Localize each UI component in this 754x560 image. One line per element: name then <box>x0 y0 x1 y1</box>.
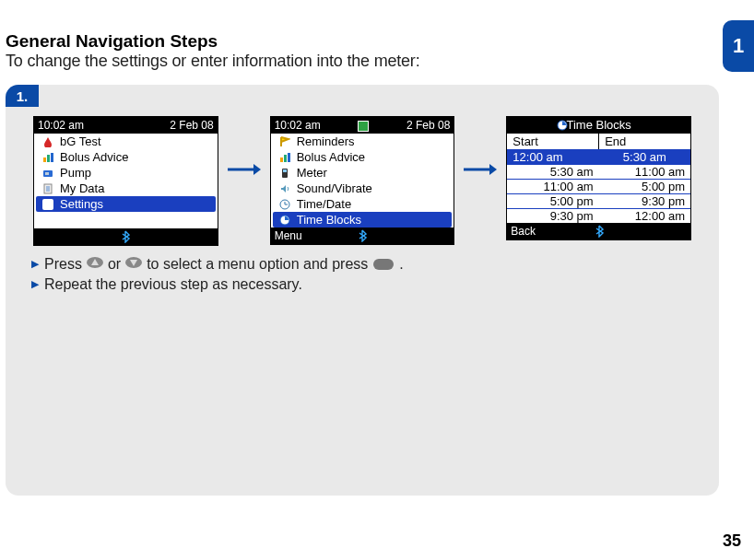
flow-arrow-icon <box>228 116 261 177</box>
up-button-icon <box>86 254 104 274</box>
blood-drop-icon <box>41 135 54 148</box>
bluetooth-icon <box>595 225 604 238</box>
instr-text: Repeat the previous step as necessary. <box>44 274 302 295</box>
cell-start: 11:00 am <box>507 180 598 193</box>
page-title: General Navigation Steps <box>6 31 419 52</box>
screen1-date: 2 Feb 08 <box>170 119 213 132</box>
device-screen-settings: 10:02 am 2 Feb 08 Reminders Bolus Advice… <box>270 116 455 245</box>
table-row[interactable]: 9:30 pm 12:00 am <box>507 208 690 223</box>
menu-item-pump[interactable]: Pump <box>34 165 218 181</box>
menu-item-bolus-advice[interactable]: Bolus Advice <box>34 149 218 165</box>
cell-start: 5:00 pm <box>507 194 598 208</box>
svg-rect-13 <box>284 155 287 162</box>
svg-rect-0 <box>43 158 46 162</box>
col-end: End <box>599 134 690 149</box>
menu-item-label: Time/Date <box>297 197 351 211</box>
document-icon <box>41 182 54 195</box>
device-screen-time-blocks: Time Blocks Start End 12:00 am 5:30 am 5… <box>506 116 691 240</box>
check-icon <box>41 198 54 211</box>
screen2-date: 2 Feb 08 <box>406 119 450 132</box>
screen1-footer <box>34 228 218 245</box>
bluetooth-icon <box>121 230 130 243</box>
table-row[interactable]: 5:30 am 11:00 am <box>507 164 690 179</box>
menu-item-reminders[interactable]: Reminders <box>271 134 454 149</box>
screen2-time: 10:02 am <box>275 119 321 132</box>
table-row[interactable]: 5:00 pm 9:30 pm <box>507 193 690 208</box>
cell-end: 5:30 am <box>599 150 690 164</box>
time-blocks-icon <box>278 214 291 227</box>
bolus-icon <box>278 151 291 164</box>
bolus-icon <box>41 151 54 164</box>
cell-start: 12:00 am <box>507 150 598 164</box>
menu-item-bolus-advice-2[interactable]: Bolus Advice <box>271 149 454 165</box>
screen2-softkey-left[interactable]: Menu <box>275 229 302 242</box>
screen2-header: 10:02 am 2 Feb 08 <box>271 117 454 134</box>
step-number-tab: 1. <box>6 85 39 107</box>
select-button-icon <box>373 259 394 270</box>
instructions-block: ▶ Press or to select a menu option and p… <box>31 254 404 294</box>
flow-arrow-icon <box>464 116 497 177</box>
menu-item-label: Bolus Advice <box>297 150 365 164</box>
instruction-panel: 1. 10:02 am 2 Feb 08 bG Test Bolus Advic… <box>6 85 719 496</box>
cell-start: 9:30 pm <box>507 209 598 223</box>
menu-item-meter[interactable]: Meter <box>271 165 454 181</box>
screen3-title: Time Blocks <box>567 118 631 132</box>
menu-item-label: Pump <box>60 166 91 180</box>
menu-item-my-data[interactable]: My Data <box>34 181 218 196</box>
svg-rect-14 <box>288 153 290 162</box>
menu-item-label: bG Test <box>60 134 101 148</box>
menu-item-settings[interactable]: Settings <box>36 196 216 212</box>
svg-rect-9 <box>42 199 53 210</box>
menu-item-label: Sound/Vibrate <box>297 181 372 195</box>
meter-icon <box>278 167 291 180</box>
svg-marker-22 <box>489 164 497 175</box>
status-check-icon <box>358 121 369 132</box>
screen2-footer: Menu <box>271 228 454 244</box>
svg-rect-2 <box>51 153 53 162</box>
bullet-triangle-icon: ▶ <box>31 277 39 291</box>
cell-end: 11:00 am <box>599 165 690 179</box>
device-screen-main-menu: 10:02 am 2 Feb 08 bG Test Bolus Advice P… <box>33 116 218 246</box>
svg-rect-16 <box>283 169 287 172</box>
pump-icon <box>41 167 54 180</box>
svg-rect-12 <box>280 158 283 162</box>
screen3-softkey-left[interactable]: Back <box>511 225 536 238</box>
sound-icon <box>278 182 291 195</box>
bluetooth-icon <box>358 229 367 242</box>
cell-end: 12:00 am <box>599 209 690 223</box>
table-row[interactable]: 11:00 am 5:00 pm <box>507 179 690 193</box>
screen3-title-bar: Time Blocks <box>507 117 690 134</box>
page-subtitle: To change the settings or enter informat… <box>6 52 419 71</box>
cell-end: 5:00 pm <box>599 180 690 193</box>
menu-item-label: Meter <box>297 166 327 180</box>
screen1-time: 10:02 am <box>38 119 84 132</box>
instr-text: to select a menu option and press <box>147 254 368 274</box>
clock-icon <box>278 198 291 211</box>
menu-item-time-date[interactable]: Time/Date <box>271 196 454 212</box>
menu-item-label: Reminders <box>297 134 355 148</box>
svg-rect-4 <box>45 172 49 175</box>
menu-item-bg-test[interactable]: bG Test <box>34 134 218 149</box>
menu-item-label: Time Blocks <box>297 213 361 227</box>
page-number: 35 <box>723 531 741 551</box>
instr-text: or <box>108 254 121 274</box>
menu-item-label: My Data <box>60 181 104 195</box>
menu-item-time-blocks[interactable]: Time Blocks <box>273 212 453 228</box>
cell-end: 9:30 pm <box>599 194 690 208</box>
screen3-footer: Back <box>507 223 690 239</box>
menu-item-sound-vibrate[interactable]: Sound/Vibrate <box>271 181 454 196</box>
bullet-triangle-icon: ▶ <box>31 257 39 271</box>
menu-item-label: Bolus Advice <box>60 150 128 164</box>
instr-text: Press <box>44 254 82 274</box>
table-header: Start End <box>507 134 690 149</box>
down-button-icon <box>124 254 143 274</box>
screen1-header: 10:02 am 2 Feb 08 <box>34 117 218 134</box>
table-row[interactable]: 12:00 am 5:30 am <box>507 149 690 164</box>
menu-item-label: Settings <box>60 197 103 211</box>
chapter-tab: 1 <box>723 20 754 72</box>
svg-rect-1 <box>47 155 50 162</box>
cell-start: 5:30 am <box>507 165 598 179</box>
svg-marker-11 <box>253 164 261 175</box>
instr-text: . <box>399 254 403 274</box>
flag-icon <box>278 135 291 148</box>
